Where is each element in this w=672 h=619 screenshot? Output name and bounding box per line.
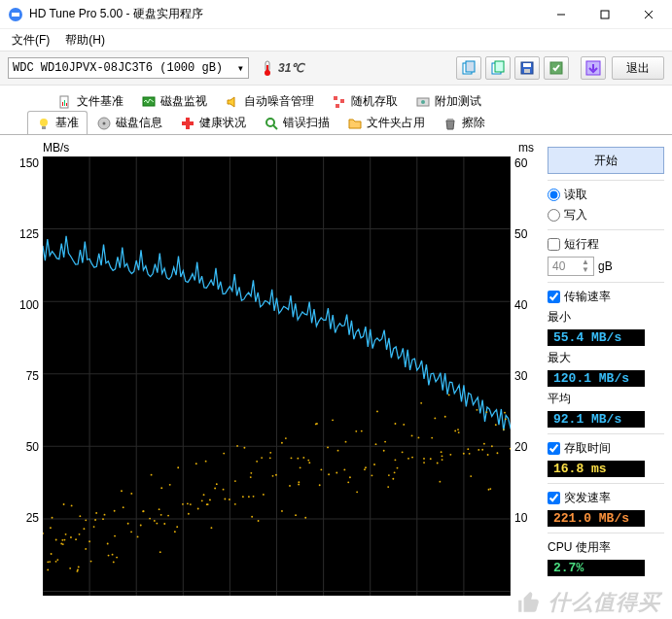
tab-erase[interactable]: 擦除 — [434, 111, 494, 134]
menu-help[interactable]: 帮助(H) — [57, 30, 113, 51]
svg-point-120 — [174, 531, 176, 533]
trash-icon — [442, 116, 458, 131]
svg-point-180 — [337, 450, 339, 452]
close-button[interactable] — [626, 0, 670, 28]
burst-rate-check[interactable]: 突发速率 — [548, 490, 664, 506]
tab-folder-usage[interactable]: 文件夹占用 — [338, 111, 434, 134]
svg-point-146 — [242, 496, 244, 498]
ytick: 60 — [514, 156, 527, 170]
menu-file[interactable]: 文件(F) — [4, 30, 57, 51]
short-stroke-check[interactable]: 短行程 — [548, 236, 664, 253]
svg-point-133 — [209, 499, 211, 501]
svg-point-227 — [458, 431, 460, 433]
svg-point-137 — [223, 453, 225, 455]
tab-extra-tests[interactable]: 附加测试 — [407, 89, 490, 113]
svg-point-62 — [50, 527, 52, 529]
tab-aam[interactable]: 自动噪音管理 — [216, 89, 323, 113]
svg-point-184 — [347, 481, 349, 483]
svg-rect-29 — [42, 126, 46, 129]
tab-random-access[interactable]: 随机存取 — [323, 89, 407, 113]
svg-point-232 — [476, 409, 477, 411]
svg-point-129 — [205, 461, 207, 463]
y-axis-left: 150 125 100 75 50 25 — [8, 156, 43, 596]
svg-point-149 — [248, 496, 250, 498]
svg-point-194 — [376, 411, 378, 413]
svg-point-175 — [320, 468, 322, 470]
svg-point-154 — [261, 457, 263, 459]
minimize-button[interactable] — [539, 0, 583, 28]
svg-point-59 — [49, 561, 51, 563]
options-button[interactable] — [544, 56, 569, 80]
svg-point-157 — [272, 475, 274, 477]
svg-point-97 — [114, 510, 116, 512]
exit-button[interactable]: 退出 — [612, 56, 664, 80]
svg-point-178 — [327, 447, 329, 449]
transfer-rate-check[interactable]: 传输速率 — [548, 289, 664, 305]
access-time-check[interactable]: 存取时间 — [548, 440, 664, 457]
svg-rect-36 — [447, 119, 453, 120]
search-icon — [264, 116, 279, 131]
svg-point-61 — [56, 559, 58, 561]
svg-point-191 — [371, 474, 372, 476]
svg-rect-1 — [12, 13, 19, 17]
svg-point-195 — [375, 443, 377, 445]
svg-point-101 — [127, 523, 129, 525]
svg-rect-19 — [62, 102, 63, 106]
svg-point-199 — [394, 471, 396, 473]
screenshot-button[interactable] — [485, 56, 511, 80]
save-button[interactable] — [514, 56, 540, 80]
file-bench-icon — [57, 94, 73, 110]
svg-point-208 — [411, 435, 413, 437]
titlebar: HD Tune Pro 5.00 - 硬盘实用程序 — [0, 0, 672, 29]
svg-rect-20 — [64, 100, 65, 106]
svg-point-221 — [442, 455, 443, 457]
svg-point-103 — [130, 531, 132, 533]
svg-point-153 — [263, 494, 265, 496]
ytick: 150 — [19, 156, 39, 170]
chart-column: MB/s ms 150 125 100 75 50 25 60 50 40 30… — [8, 141, 540, 596]
svg-point-104 — [140, 525, 142, 527]
tab-disk-monitor[interactable]: 磁盘监视 — [132, 89, 216, 113]
svg-point-81 — [78, 567, 80, 568]
tab-error-scan[interactable]: 错误扫描 — [255, 111, 338, 134]
app-icon — [8, 7, 23, 22]
tab-health[interactable]: 健康状况 — [171, 111, 255, 134]
svg-point-234 — [485, 411, 487, 413]
random-icon — [332, 94, 347, 110]
svg-point-115 — [169, 484, 171, 486]
svg-point-138 — [214, 488, 216, 490]
short-stroke-spinner[interactable]: 40▲▼ — [548, 257, 594, 276]
svg-point-89 — [95, 512, 97, 514]
chart-plot — [43, 156, 511, 596]
copy-info-button[interactable] — [456, 56, 481, 80]
tab-info[interactable]: 磁盘信息 — [88, 111, 171, 134]
tab-benchmark[interactable]: 基准 — [27, 111, 88, 134]
start-button[interactable]: 开始 — [548, 147, 664, 174]
svg-line-35 — [273, 125, 277, 129]
svg-point-85 — [93, 526, 95, 528]
svg-point-201 — [397, 467, 399, 469]
svg-point-156 — [269, 452, 271, 454]
svg-point-84 — [79, 515, 81, 517]
write-radio[interactable]: 写入 — [548, 207, 664, 224]
chevron-down-icon: ▾ — [237, 61, 244, 76]
svg-rect-23 — [334, 96, 337, 100]
svg-point-112 — [163, 523, 165, 525]
down-arrow-button[interactable] — [581, 56, 606, 80]
svg-rect-3 — [601, 11, 609, 18]
tab-file-benchmark[interactable]: 文件基准 — [49, 89, 132, 113]
svg-point-226 — [463, 453, 465, 455]
min-value: 55.4 MB/s — [548, 329, 645, 346]
maximize-button[interactable] — [583, 0, 626, 28]
speaker-icon — [225, 94, 240, 110]
svg-point-173 — [307, 460, 309, 462]
svg-point-207 — [411, 457, 413, 459]
unit-label: gB — [598, 259, 613, 273]
svg-point-224 — [448, 395, 450, 396]
svg-point-211 — [423, 462, 425, 464]
svg-point-236 — [491, 445, 493, 447]
drive-name: WDC WD10JPVX-08JC3T6 (1000 gB) — [13, 61, 223, 75]
svg-point-179 — [332, 419, 334, 421]
drive-selector[interactable]: WDC WD10JPVX-08JC3T6 (1000 gB) ▾ — [8, 57, 249, 79]
read-radio[interactable]: 读取 — [548, 187, 664, 203]
